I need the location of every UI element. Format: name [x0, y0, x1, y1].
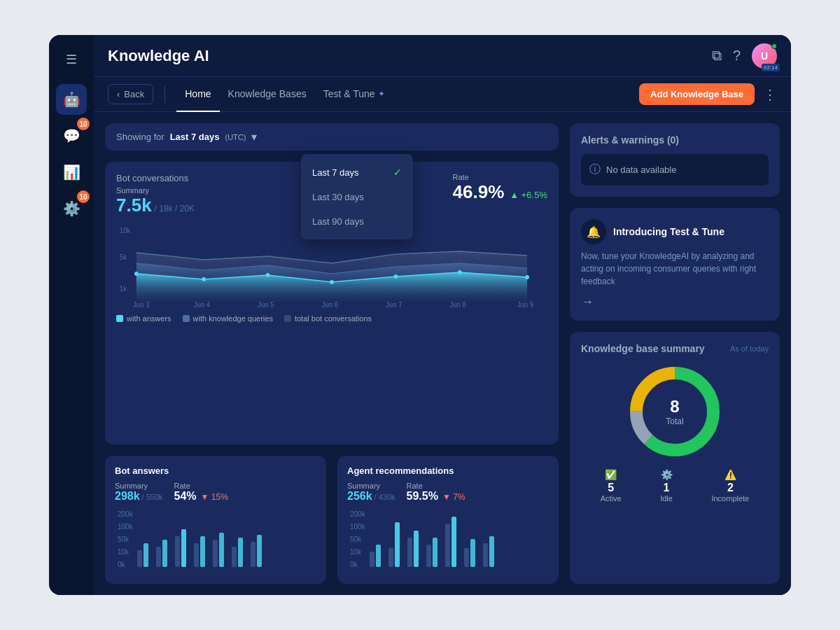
legend-label-answers: with answers: [127, 314, 172, 323]
svg-text:Jun 4: Jun 4: [194, 301, 211, 309]
svg-rect-24: [156, 547, 161, 567]
bot-answers-metrics: Summary 298k / 550k Rate 54% ▼: [115, 482, 316, 503]
svg-rect-52: [470, 539, 475, 567]
time-filter-bar: Showing for Last 7 days (UTC) ▾ Last 7 d…: [105, 123, 559, 150]
svg-text:0k: 0k: [118, 561, 126, 568]
svg-text:10k: 10k: [350, 548, 362, 556]
user-avatar-wrapper[interactable]: U 02:14: [752, 43, 777, 69]
sidebar-item-settings[interactable]: ⚙️ 10: [56, 193, 87, 224]
rate-value: 46.9%: [453, 181, 505, 203]
right-panel: Alerts & warnings (0) ⓘ No data availabl…: [570, 123, 780, 584]
left-panel: Showing for Last 7 days (UTC) ▾ Last 7 d…: [105, 123, 559, 584]
svg-text:Jun 3: Jun 3: [133, 301, 150, 309]
svg-text:200k: 200k: [350, 510, 366, 518]
active-count: 5: [601, 482, 622, 494]
legend-total-bot: total bot conversations: [284, 314, 372, 323]
add-knowledge-base-button[interactable]: Add Knowledge Base: [639, 83, 755, 105]
tune-title: Introducing Test & Tune: [613, 226, 724, 237]
hamburger-icon[interactable]: ☰: [60, 46, 83, 73]
period-option-7days[interactable]: Last 7 days ✓: [301, 160, 413, 185]
svg-rect-22: [137, 550, 142, 567]
idle-label: Idle: [660, 494, 673, 503]
ba-rate-change: ▼ 15%: [201, 492, 228, 502]
incomplete-icon: ⚠️: [711, 469, 749, 480]
svg-rect-53: [483, 543, 488, 567]
back-arrow-icon: ‹: [117, 89, 120, 99]
bot-conv-summary-sub: / 18k / 20K: [155, 204, 195, 214]
sidebar-item-chat[interactable]: 💬 10: [56, 120, 87, 151]
svg-rect-49: [445, 524, 450, 567]
svg-point-7: [394, 274, 398, 279]
svg-rect-43: [388, 548, 393, 567]
no-data-message: ⓘ No data available: [581, 154, 769, 186]
online-indicator: [771, 43, 777, 49]
tune-description: Now, tune your KnowledgeAI by analyzing …: [581, 250, 769, 288]
content-area: Showing for Last 7 days (UTC) ▾ Last 7 d…: [94, 112, 791, 595]
sidebar-item-bot[interactable]: 🤖: [56, 84, 87, 115]
info-icon: ⓘ: [589, 162, 601, 177]
bot-icon: 🤖: [63, 91, 80, 108]
stat-incomplete: ⚠️ 2 Incomplete: [711, 469, 749, 503]
period-label-7days: Last 7 days: [312, 167, 359, 178]
back-label: Back: [124, 89, 144, 99]
agent-recommendations-card: Agent recommendations Summary 256k / 430…: [337, 456, 559, 584]
svg-rect-28: [194, 543, 199, 567]
svg-text:200k: 200k: [118, 510, 134, 518]
svg-text:Jun 7: Jun 7: [386, 301, 402, 309]
svg-text:10k: 10k: [120, 227, 131, 234]
more-options-icon[interactable]: ⋮: [763, 86, 777, 103]
period-option-30days[interactable]: Last 30 days: [301, 185, 413, 209]
svg-point-5: [266, 273, 270, 277]
kb-summary-header: Knowledge base summary As of today: [581, 343, 769, 354]
svg-rect-29: [200, 536, 205, 567]
ar-summary-sub: / 430k: [374, 493, 396, 501]
svg-text:Jun 8: Jun 8: [449, 301, 466, 309]
svg-rect-54: [489, 536, 494, 567]
donut-total-label: Total: [666, 416, 683, 426]
tab-home[interactable]: Home: [176, 77, 219, 112]
summary-label: Summary: [116, 186, 195, 195]
ar-rate-value: 59.5%: [407, 490, 438, 503]
tune-arrow-icon[interactable]: →: [581, 295, 769, 309]
kb-summary-subtitle: As of today: [730, 344, 769, 353]
app-title: Knowledge AI: [108, 47, 209, 65]
bot-answers-title: Bot answers: [115, 465, 316, 476]
svg-text:10k: 10k: [118, 548, 130, 556]
svg-point-3: [134, 272, 139, 276]
legend-dot-total: [284, 315, 291, 322]
help-icon[interactable]: ?: [733, 48, 741, 64]
svg-text:Jun 5: Jun 5: [258, 301, 274, 309]
idle-icon: ⚙️: [660, 469, 673, 480]
ba-summary-label: Summary: [115, 482, 163, 490]
tab-test-tune[interactable]: Test & Tune ✦: [315, 77, 393, 112]
agent-rec-metrics: Summary 256k / 430k Rate 59.5%: [347, 482, 549, 503]
layers-icon[interactable]: ⧉: [712, 48, 722, 64]
chat-icon: 💬: [63, 127, 80, 144]
dropdown-arrow-icon[interactable]: ▾: [251, 130, 257, 144]
stat-idle: ⚙️ 1 Idle: [660, 469, 673, 503]
ba-summary-sub: / 550k: [142, 493, 163, 501]
svg-text:50k: 50k: [350, 536, 362, 543]
back-button[interactable]: ‹ Back: [108, 84, 153, 104]
legend-label-total: total bot conversations: [295, 314, 372, 323]
bot-conv-title: Bot conversations: [116, 173, 195, 183]
period-option-90days[interactable]: Last 90 days: [301, 209, 413, 234]
incomplete-label: Incomplete: [711, 494, 749, 503]
svg-rect-25: [162, 540, 167, 567]
legend-with-answers: with answers: [116, 314, 172, 323]
svg-rect-30: [213, 540, 218, 567]
tune-bell-icon: 🔔: [581, 219, 606, 244]
svg-rect-48: [433, 538, 438, 567]
tune-header: 🔔 Introducing Test & Tune: [581, 219, 769, 244]
sidebar-item-analytics[interactable]: 📊: [56, 157, 87, 188]
svg-rect-23: [144, 543, 148, 567]
top-bar-right: ⧉ ? U 02:14: [712, 43, 777, 69]
tab-knowledge-bases[interactable]: Knowledge Bases: [220, 77, 315, 112]
time-period-dropdown: Last 7 days ✓ Last 30 days Last 90 days: [301, 154, 413, 239]
chart-legend: with answers with knowledge queries tota…: [116, 314, 547, 323]
ba-summary-value: 298k: [115, 490, 140, 503]
svg-rect-41: [370, 552, 374, 567]
svg-text:Jun 6: Jun 6: [322, 301, 339, 309]
alerts-title: Alerts & warnings (0): [581, 134, 769, 146]
donut-center: 8 Total: [666, 397, 683, 426]
